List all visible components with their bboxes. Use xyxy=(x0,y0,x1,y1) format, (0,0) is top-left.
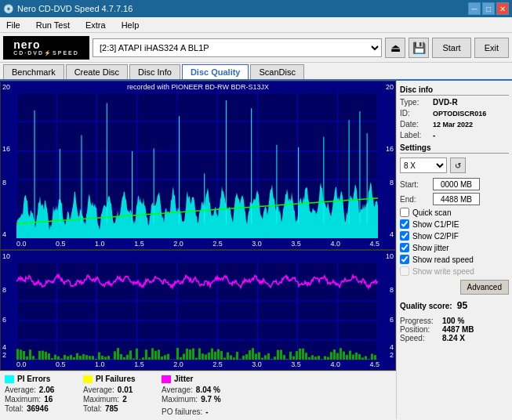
show-c1-pie-label: Show C1/PIE xyxy=(412,220,459,229)
speed-select[interactable]: 8 X xyxy=(400,158,447,173)
app-icon: 💿 xyxy=(3,4,14,14)
jitter-color xyxy=(162,375,171,383)
close-button[interactable]: ✕ xyxy=(496,2,509,15)
speed-row: Speed: 8.24 X xyxy=(400,334,509,342)
maximize-button[interactable]: □ xyxy=(482,2,495,15)
show-write-speed-label: Show write speed xyxy=(412,267,474,276)
menu-run-test[interactable]: Run Test xyxy=(33,20,73,30)
stat-jitter: Jitter Average: 8.04 % Maximum: 9.7 % PO… xyxy=(162,375,224,416)
upper-y-low-right: 4 xyxy=(390,230,394,238)
upper-y-max: 20 xyxy=(2,83,10,91)
app-title: Nero CD-DVD Speed 4.7.7.16 xyxy=(17,4,133,13)
quality-row: Quality score: 95 xyxy=(400,300,509,311)
lower-x-axis: 0.0 0.5 1.0 1.5 2.0 2.5 3.0 3.5 4.0 4.5 xyxy=(16,360,379,368)
show-c2-pif-row: Show C2/PIF xyxy=(400,231,509,241)
lower-y-4-right: 4 xyxy=(390,343,394,351)
upper-y-8: 8 xyxy=(2,179,6,186)
stat-pi-errors: PI Errors Average: 2.06 Maximum: 16 Tota… xyxy=(5,375,67,416)
upper-y-low: 4 xyxy=(2,230,6,238)
upper-y-max-right: 20 xyxy=(386,83,394,91)
advanced-button[interactable]: Advanced xyxy=(460,280,509,295)
upper-chart-canvas xyxy=(16,92,378,238)
disc-type-row: Type: DVD-R xyxy=(400,98,509,107)
title-bar: 💿 Nero CD-DVD Speed 4.7.7.16 ─ □ ✕ xyxy=(0,0,512,17)
show-jitter-row: Show jitter xyxy=(400,243,509,252)
upper-y-16-right: 16 xyxy=(386,145,394,153)
drive-select[interactable]: [2:3] ATAPI iHAS324 A BL1P xyxy=(93,38,382,57)
upper-y-8-right: 8 xyxy=(390,179,394,186)
progress-section: Progress: 100 % Position: 4487 MB Speed:… xyxy=(400,317,509,342)
save-icon[interactable]: 💾 xyxy=(409,38,429,58)
refresh-icon[interactable]: ↺ xyxy=(450,158,466,173)
menu-file[interactable]: File xyxy=(3,20,24,30)
show-write-speed-row: Show write speed xyxy=(400,266,509,276)
show-c2-pif-checkbox[interactable] xyxy=(400,231,409,241)
toolbar: nero CD·DVD⚡SPEED [2:3] ATAPI iHAS324 A … xyxy=(0,33,512,63)
chart-area: recorded with PIONEER BD-RW BDR-S13JX 20… xyxy=(0,81,396,419)
end-mb-input[interactable] xyxy=(433,193,480,205)
disc-id-row: ID: OPTODISCR016 xyxy=(400,109,509,118)
exit-button[interactable]: Exit xyxy=(474,38,509,58)
show-write-speed-checkbox[interactable] xyxy=(400,266,409,276)
tab-disc-quality[interactable]: Disc Quality xyxy=(182,64,249,79)
start-mb-row: Start: xyxy=(400,178,509,190)
lower-y-8-right: 8 xyxy=(390,286,394,294)
disc-date-row: Date: 12 Mar 2022 xyxy=(400,120,509,129)
chart-upper-title: recorded with PIONEER BD-RW BDR-S13JX xyxy=(127,83,269,91)
progress-row: Progress: 100 % xyxy=(400,317,509,325)
nero-logo: nero CD·DVD⚡SPEED xyxy=(3,36,89,60)
lower-y-6-right: 6 xyxy=(390,316,394,324)
lower-y-8: 8 xyxy=(2,286,6,294)
lower-y-max-right: 10 xyxy=(386,252,394,260)
quick-scan-label: Quick scan xyxy=(412,208,451,217)
chart-lower: 10 10 8 8 6 6 4 4 2 2 0.0 0.5 1.0 1.5 2.… xyxy=(0,250,396,371)
disc-info-title: Disc info xyxy=(400,85,509,96)
lower-y-low-right: 2 xyxy=(390,351,394,359)
lower-y-max: 10 xyxy=(2,252,10,260)
settings-title: Settings xyxy=(400,143,509,154)
show-read-speed-row: Show read speed xyxy=(400,255,509,264)
eject-icon[interactable]: ⏏ xyxy=(385,38,405,58)
menu-extra[interactable]: Extra xyxy=(82,20,109,30)
pi-failures-color xyxy=(83,375,93,383)
chart-upper: recorded with PIONEER BD-RW BDR-S13JX 20… xyxy=(0,81,396,250)
start-button[interactable]: Start xyxy=(432,38,470,58)
speed-setting-row: 8 X ↺ xyxy=(400,158,509,173)
right-panel: Disc info Type: DVD-R ID: OPTODISCR016 D… xyxy=(396,81,512,419)
position-row: Position: 4487 MB xyxy=(400,325,509,334)
stats-row: PI Errors Average: 2.06 Maximum: 16 Tota… xyxy=(0,371,396,419)
show-c1-pie-checkbox[interactable] xyxy=(400,219,409,229)
upper-y-16: 16 xyxy=(2,145,10,153)
stat-pi-failures: PI Failures Average: 0.01 Maximum: 2 Tot… xyxy=(83,375,146,416)
end-mb-row: End: xyxy=(400,193,509,205)
disc-label-row: Label: - xyxy=(400,131,509,139)
quick-scan-row: Quick scan xyxy=(400,208,509,217)
minimize-button[interactable]: ─ xyxy=(468,2,481,15)
tab-scandisc[interactable]: ScanDisc xyxy=(250,64,303,79)
menu-bar: File Run Test Extra Help xyxy=(0,17,512,33)
show-read-speed-checkbox[interactable] xyxy=(400,255,409,264)
show-c2-pif-label: Show C2/PIF xyxy=(412,232,459,241)
main-content: recorded with PIONEER BD-RW BDR-S13JX 20… xyxy=(0,81,512,419)
tab-create-disc[interactable]: Create Disc xyxy=(66,64,128,79)
start-mb-input[interactable] xyxy=(433,178,480,190)
menu-help[interactable]: Help xyxy=(118,20,143,30)
lower-y-6: 6 xyxy=(2,316,6,324)
tab-benchmark[interactable]: Benchmark xyxy=(3,64,64,79)
lower-y-4: 4 xyxy=(2,343,6,351)
show-read-speed-label: Show read speed xyxy=(412,255,474,264)
tabs: Benchmark Create Disc Disc Info Disc Qua… xyxy=(0,63,512,81)
lower-y-low: 2 xyxy=(2,351,6,359)
tab-disc-info[interactable]: Disc Info xyxy=(129,64,180,79)
pi-errors-color xyxy=(5,375,14,383)
lower-chart-canvas xyxy=(16,262,378,360)
show-jitter-checkbox[interactable] xyxy=(400,243,409,252)
show-c1-pie-row: Show C1/PIE xyxy=(400,219,509,229)
show-jitter-label: Show jitter xyxy=(412,244,449,252)
quick-scan-checkbox[interactable] xyxy=(400,208,409,217)
upper-x-axis: 0.0 0.5 1.0 1.5 2.0 2.5 3.0 3.5 4.0 4.5 xyxy=(16,240,379,248)
